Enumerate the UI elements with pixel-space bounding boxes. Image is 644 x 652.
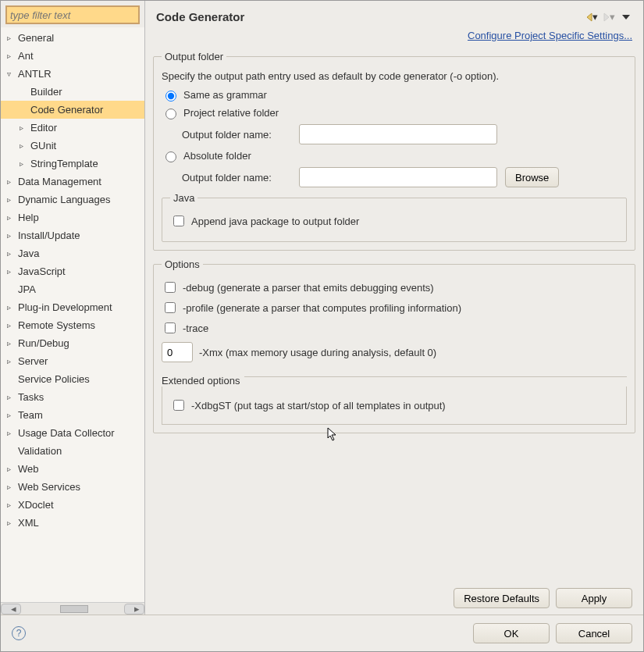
- tree-item[interactable]: ▹Usage Data Collector: [1, 424, 144, 442]
- chevron-right-icon[interactable]: ▹: [7, 177, 16, 186]
- preferences-tree[interactable]: ▹General▹Ant▿ANTLR▹Builder▹Code Generato…: [1, 27, 144, 602]
- configure-project-link[interactable]: Configure Project Specific Settings...: [468, 30, 632, 41]
- menu-icon[interactable]: [620, 11, 632, 23]
- absolute-folder-input[interactable]: [299, 167, 497, 187]
- tree-item[interactable]: ▹Validation: [1, 442, 144, 460]
- trace-label: -trace: [183, 322, 208, 334]
- java-legend: Java: [170, 192, 197, 204]
- chevron-right-icon[interactable]: ▹: [7, 231, 16, 240]
- forward-icon[interactable]: ▾: [603, 11, 615, 23]
- tree-item[interactable]: ▹Help: [1, 208, 144, 226]
- tree-item[interactable]: ▹Tasks: [1, 388, 144, 406]
- tree-item-label: GUnit: [30, 140, 56, 151]
- tree-item[interactable]: ▹Team: [1, 406, 144, 424]
- help-icon[interactable]: ?: [12, 626, 26, 640]
- tree-item[interactable]: ▹Java: [1, 244, 144, 262]
- tree-item[interactable]: ▹General: [1, 29, 144, 47]
- xmx-label: -Xmx (max memory usage during analysis, …: [199, 347, 436, 358]
- append-java-package-checkbox[interactable]: [173, 216, 184, 226]
- chevron-right-icon[interactable]: ▹: [7, 518, 16, 527]
- chevron-right-icon[interactable]: ▹: [7, 303, 16, 312]
- output-folder-group: Output folder Specify the output path en…: [153, 51, 635, 251]
- chevron-right-icon[interactable]: ▹: [7, 501, 16, 509]
- chevron-down-icon[interactable]: ▿: [7, 69, 16, 78]
- chevron-right-icon[interactable]: ▹: [7, 213, 16, 222]
- tree-item-label: Editor: [30, 122, 57, 134]
- tree-item[interactable]: ▹StringTemplate: [1, 155, 144, 173]
- tree-item[interactable]: ▿ANTLR: [1, 65, 144, 83]
- tree-item[interactable]: ▹Builder: [1, 83, 144, 101]
- profile-label: -profile (generate a parser that compute…: [183, 302, 461, 314]
- chevron-right-icon[interactable]: ▹: [7, 411, 16, 419]
- chevron-right-icon[interactable]: ▹: [7, 52, 16, 60]
- ok-button[interactable]: OK: [473, 623, 550, 643]
- options-legend: Options: [162, 258, 203, 270]
- apply-button[interactable]: Apply: [556, 588, 632, 608]
- tree-item[interactable]: ▹Web Services: [1, 478, 144, 496]
- chevron-right-icon[interactable]: ▹: [7, 195, 16, 204]
- tree-item[interactable]: ▹Run/Debug: [1, 334, 144, 352]
- chevron-right-icon[interactable]: ▹: [7, 34, 16, 42]
- absolute-folder-label: Output folder name:: [182, 172, 291, 183]
- cancel-button[interactable]: Cancel: [556, 623, 632, 643]
- tree-item[interactable]: ▹XDoclet: [1, 496, 144, 514]
- tree-item[interactable]: ▹XML: [1, 514, 144, 532]
- tree-item-label: Remote Systems: [18, 319, 95, 331]
- scroll-right-button[interactable]: ▸: [124, 604, 144, 615]
- chevron-right-icon[interactable]: ▹: [7, 465, 16, 473]
- tree-item[interactable]: ▹Service Policies: [1, 370, 144, 388]
- tree-item[interactable]: ▹Data Management: [1, 173, 144, 191]
- tree-item[interactable]: ▹Code Generator: [1, 101, 144, 119]
- tree-item[interactable]: ▹Dynamic Languages: [1, 191, 144, 208]
- tree-item-label: Help: [18, 212, 39, 223]
- tree-item[interactable]: ▹Server: [1, 352, 144, 370]
- tree-item-label: Code Generator: [30, 104, 103, 116]
- scroll-thumb[interactable]: [60, 605, 88, 613]
- tree-item[interactable]: ▹Editor: [1, 119, 144, 137]
- tree-item[interactable]: ▹JPA: [1, 280, 144, 298]
- filter-input[interactable]: [5, 5, 140, 24]
- back-icon[interactable]: ▾: [585, 11, 598, 23]
- xdbgst-checkbox[interactable]: [173, 400, 184, 411]
- radio-project-relative[interactable]: [165, 109, 176, 119]
- tree-item[interactable]: ▹Remote Systems: [1, 316, 144, 334]
- radio-absolute[interactable]: [165, 151, 176, 162]
- tree-item[interactable]: ▹JavaScript: [1, 262, 144, 280]
- scroll-left-button[interactable]: ◂: [1, 604, 21, 615]
- restore-defaults-button[interactable]: Restore Defaults: [454, 588, 550, 608]
- debug-label: -debug (generate a parser that emits deb…: [183, 282, 434, 294]
- tree-item-label: StringTemplate: [30, 158, 98, 169]
- tree-item-label: Builder: [30, 86, 62, 98]
- xmx-input[interactable]: [162, 342, 193, 362]
- options-group: Options -debug (generate a parser that e…: [153, 258, 635, 433]
- tree-item[interactable]: ▹Plug-in Development: [1, 298, 144, 316]
- preferences-sidebar: ▹General▹Ant▿ANTLR▹Builder▹Code Generato…: [1, 1, 145, 615]
- radio-same-as-grammar[interactable]: [165, 91, 176, 102]
- java-group: Java Append java package to output folde…: [162, 192, 627, 242]
- chevron-right-icon[interactable]: ▹: [7, 357, 16, 365]
- chevron-right-icon[interactable]: ▹: [20, 159, 29, 168]
- chevron-right-icon[interactable]: ▹: [20, 123, 29, 132]
- tree-item[interactable]: ▹Install/Update: [1, 226, 144, 244]
- chevron-right-icon[interactable]: ▹: [20, 141, 29, 150]
- append-java-package-label: Append java package to output folder: [191, 216, 359, 227]
- debug-checkbox[interactable]: [165, 282, 176, 293]
- chevron-right-icon[interactable]: ▹: [7, 249, 16, 258]
- tree-item[interactable]: ▹Ant: [1, 47, 144, 65]
- chevron-right-icon[interactable]: ▹: [7, 483, 16, 491]
- profile-checkbox[interactable]: [165, 302, 176, 313]
- relative-folder-input[interactable]: [299, 124, 497, 144]
- xdbgst-label: -XdbgST (put tags at start/stop of all t…: [191, 400, 446, 412]
- chevron-right-icon[interactable]: ▹: [7, 321, 16, 330]
- horizontal-scrollbar[interactable]: ◂ ▸: [1, 602, 144, 615]
- trace-checkbox[interactable]: [165, 322, 176, 333]
- tree-item-label: General: [18, 32, 54, 44]
- tree-item-label: Dynamic Languages: [18, 194, 111, 205]
- browse-button[interactable]: Browse: [505, 167, 559, 187]
- tree-item[interactable]: ▹GUnit: [1, 137, 144, 155]
- chevron-right-icon[interactable]: ▹: [7, 267, 16, 276]
- tree-item[interactable]: ▹Web: [1, 460, 144, 478]
- chevron-right-icon[interactable]: ▹: [7, 339, 16, 347]
- chevron-right-icon[interactable]: ▹: [7, 429, 16, 437]
- chevron-right-icon[interactable]: ▹: [7, 393, 16, 401]
